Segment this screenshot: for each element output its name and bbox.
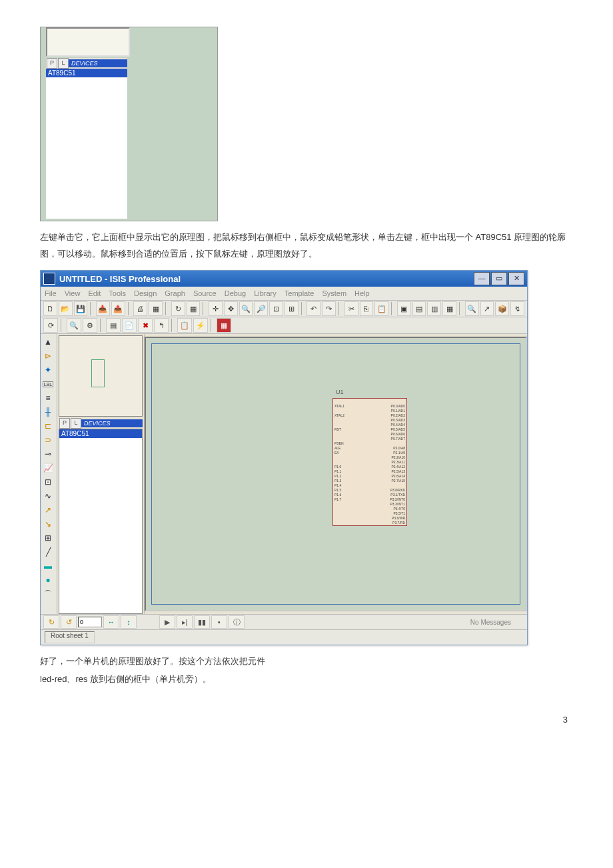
2d-box-icon[interactable]: ▬ (41, 559, 55, 573)
print-icon[interactable]: 🖨 (133, 301, 147, 316)
make-device-icon[interactable]: ↗ (480, 301, 494, 316)
maximize-button[interactable]: ▭ (491, 272, 507, 285)
zoom-area-icon[interactable]: ⊞ (285, 301, 299, 316)
pin-label: P2.0/A8 (390, 446, 405, 450)
new-icon[interactable]: 🗋 (43, 301, 57, 316)
menu-tools[interactable]: Tools (109, 289, 126, 297)
2d-circle-icon[interactable]: ● (41, 573, 55, 587)
menu-view[interactable]: View (65, 289, 81, 297)
zoom-in-icon[interactable]: 🔍 (239, 301, 253, 316)
zoom-all-icon[interactable]: ⊡ (269, 301, 283, 316)
pin-label: P3.2/INT0 (390, 497, 405, 501)
2d-line-icon[interactable]: ╱ (41, 545, 55, 559)
pick-icon[interactable]: 🔍 (465, 301, 479, 316)
refresh-icon[interactable]: ↻ (171, 301, 185, 316)
flip-h-icon[interactable]: ↔ (103, 615, 119, 629)
voltage-probe-icon[interactable]: ↗ (41, 503, 55, 517)
graph-icon[interactable]: 📈 (41, 461, 55, 475)
electrical-check-icon[interactable]: ⚡ (193, 318, 208, 333)
wire-autoroute-icon[interactable]: ⟳ (43, 318, 58, 333)
paste-icon[interactable]: 📋 (374, 301, 388, 316)
block-move-icon[interactable]: ▤ (412, 301, 426, 316)
exit-to-parent-icon[interactable]: ↰ (154, 318, 169, 333)
copy-icon[interactable]: ⎘ (360, 301, 374, 316)
design-explorer-icon[interactable]: ▤ (106, 318, 121, 333)
selection-mode-icon[interactable]: ▲ (41, 335, 55, 349)
pin-label: P0.5/AD5 (390, 427, 405, 431)
bill-of-materials-icon[interactable]: 📋 (177, 318, 192, 333)
current-probe-icon[interactable]: ↘ (41, 517, 55, 531)
pause-icon[interactable]: ▮▮ (194, 615, 210, 629)
l-button[interactable]: L (71, 418, 81, 429)
zoom-out-icon[interactable]: 🔎 (254, 301, 268, 316)
export-icon[interactable]: 📤 (111, 301, 125, 316)
pin-label (334, 418, 344, 422)
device-list[interactable]: AT89C51 (46, 69, 127, 219)
flip-v-icon[interactable]: ↕ (121, 615, 137, 629)
step-icon[interactable]: ▸| (177, 615, 193, 629)
save-icon[interactable]: 💾 (74, 301, 88, 316)
open-icon[interactable]: 📂 (59, 301, 73, 316)
netlist-ares-icon[interactable]: ▦ (217, 318, 231, 333)
menu-help[interactable]: Help (354, 289, 370, 297)
block-rotate-icon[interactable]: ▥ (427, 301, 441, 316)
at89c51-component[interactable]: XTAL1XTAL2RSTPSENALEEAP1.0P1.1P1.2P1.3P1… (332, 398, 407, 526)
wire-label-icon[interactable]: LBL (41, 377, 55, 391)
menu-system[interactable]: System (322, 289, 346, 297)
pin-label: P3.1/TXD (390, 493, 405, 497)
menu-template[interactable]: Template (285, 289, 314, 297)
menu-edit[interactable]: Edit (88, 289, 101, 297)
rotate-cw-icon[interactable]: ↻ (43, 615, 59, 629)
device-list[interactable]: AT89C51 (59, 429, 143, 614)
import-icon[interactable]: 📥 (96, 301, 110, 316)
block-copy-icon[interactable]: ▣ (397, 301, 411, 316)
component-mode-icon[interactable]: ⊳ (41, 349, 55, 363)
tape-icon[interactable]: ⊡ (41, 475, 55, 489)
device-item-at89c51[interactable]: AT89C51 (59, 429, 142, 438)
menu-design[interactable]: Design (134, 289, 157, 297)
minimize-button[interactable]: — (474, 272, 490, 285)
left-toolbar: ▲ ⊳ ✦ LBL ≡ ╫ ⊏ ⊃ ⊸ 📈 ⊡ ∿ ↗ ↘ ⊞ ╱ ▬ ● ⌒ (41, 334, 57, 614)
schematic-canvas[interactable]: U1 XTAL1XTAL2RSTPSENALEEAP1.0P1.1P1.2P1.… (145, 337, 527, 611)
pan-icon[interactable]: ✥ (224, 301, 238, 316)
terminal-icon[interactable]: ⊃ (41, 433, 55, 447)
p-button[interactable]: P (59, 418, 70, 429)
menu-library[interactable]: Library (254, 289, 277, 297)
cut-icon[interactable]: ✂ (344, 301, 358, 316)
grid-icon[interactable]: ▦ (187, 301, 201, 316)
origin-icon[interactable]: ✛ (209, 301, 223, 316)
subcircuit-icon[interactable]: ⊏ (41, 419, 55, 433)
print-area-icon[interactable]: ▦ (149, 301, 163, 316)
generator-icon[interactable]: ∿ (41, 489, 55, 503)
play-icon[interactable]: ▶ (159, 615, 175, 629)
property-icon[interactable]: ⚙ (83, 318, 97, 333)
pin-label: P1.7 (334, 497, 344, 501)
menu-file[interactable]: File (45, 289, 57, 297)
virtual-instr-icon[interactable]: ⊞ (41, 531, 55, 545)
undo-icon[interactable]: ↶ (306, 301, 320, 316)
bus-icon[interactable]: ╫ (41, 405, 55, 419)
menu-graph[interactable]: Graph (165, 289, 185, 297)
device-pin-icon[interactable]: ⊸ (41, 447, 55, 461)
text-script-icon[interactable]: ≡ (41, 391, 55, 405)
remove-sheet-icon[interactable]: ✖ (138, 318, 153, 333)
redo-icon[interactable]: ↷ (322, 301, 336, 316)
2d-arc-icon[interactable]: ⌒ (41, 587, 55, 601)
rotate-ccw-icon[interactable]: ↺ (61, 615, 77, 629)
decompose-icon[interactable]: ↯ (510, 301, 524, 316)
stop-icon[interactable]: ▪ (211, 615, 227, 629)
p-button[interactable]: P (47, 58, 57, 69)
device-item-at89c51[interactable]: AT89C51 (46, 69, 127, 77)
menu-source[interactable]: Source (193, 289, 217, 297)
packaging-icon[interactable]: 📦 (495, 301, 509, 316)
search-icon[interactable]: 🔍 (67, 318, 81, 333)
close-button[interactable]: ✕ (508, 272, 524, 285)
block-delete-icon[interactable]: ▦ (442, 301, 456, 316)
overview-window[interactable] (59, 335, 143, 417)
junction-icon[interactable]: ✦ (41, 363, 55, 377)
l-button[interactable]: L (58, 58, 69, 69)
new-sheet-icon[interactable]: 📄 (122, 318, 137, 333)
sim-log-icon[interactable]: ⓘ (229, 615, 245, 629)
angle-input[interactable] (78, 617, 102, 627)
menu-debug[interactable]: Debug (225, 289, 246, 297)
